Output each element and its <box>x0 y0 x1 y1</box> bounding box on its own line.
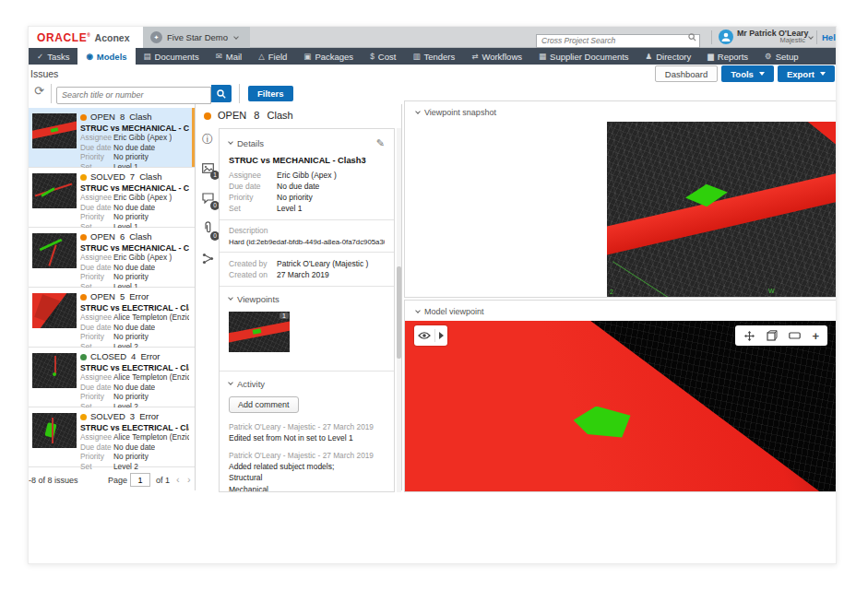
tab-tenders[interactable]: ▥Tenders <box>404 48 463 65</box>
activity-line: Added related subject models; <box>229 462 385 472</box>
model-viewport[interactable]: + <box>405 321 837 491</box>
issue-status: SOLVED <box>90 411 125 421</box>
details-section-header[interactable]: Details ✎ <box>229 136 385 149</box>
divider <box>220 286 394 287</box>
tab-field[interactable]: △Field <box>250 48 295 65</box>
detail-number: 8 <box>254 110 259 121</box>
viewpoints-section-header[interactable]: Viewpoints <box>229 292 385 305</box>
activity-meta: Patrick O'Leary - Majestic - 27 March 20… <box>229 422 385 431</box>
tools-button[interactable]: Tools <box>721 65 774 82</box>
edit-pencil-icon[interactable]: ✎ <box>376 137 385 149</box>
viewpoint-snapshot-header[interactable]: Viewpoint snapshot <box>416 108 496 117</box>
avatar <box>719 30 733 44</box>
created-on-value: 27 March 2019 <box>277 269 329 280</box>
field-label: Priority <box>80 332 113 342</box>
attachments-tab[interactable]: 0 <box>200 221 215 236</box>
due_date-value: No due date <box>113 383 155 393</box>
tab-label: Supplier Documents <box>550 52 629 62</box>
search-icon <box>217 89 226 99</box>
pan-icon[interactable] <box>743 330 755 342</box>
viewpoint-thumbnail[interactable]: 1 <box>229 312 290 352</box>
scrollbar-thumb[interactable] <box>397 266 401 359</box>
tab-reports[interactable]: ▆Reports <box>699 48 756 65</box>
issue-list-item[interactable]: SOLVED7ClashSTRUC vs MECHANICAL - Clash2… <box>29 168 195 228</box>
section-box-icon[interactable] <box>767 330 778 341</box>
issue-field-row: Due dateNo due date <box>80 442 189 453</box>
tab-models[interactable]: ◉Models <box>77 48 135 65</box>
page-input[interactable] <box>130 473 150 487</box>
comments-tab[interactable]: 0 <box>200 191 215 206</box>
assignee-value: Eric Gibb (Apex ) <box>277 170 337 181</box>
add-comment-button[interactable]: Add comment <box>229 396 299 413</box>
brand-logo: ORACLE® Aconex <box>29 27 143 48</box>
status-dot <box>80 414 87 420</box>
next-page-button[interactable]: › <box>187 474 191 485</box>
tab-workflows[interactable]: ⇄Workflows <box>463 48 530 65</box>
model-viewpoint-section: Model viewpoint <box>404 300 837 492</box>
eye-icon[interactable] <box>418 331 431 340</box>
project-selector[interactable]: ✦ Five Star Demo <box>143 27 250 48</box>
user-menu-caret-icon[interactable] <box>808 34 814 40</box>
prev-page-button[interactable]: ‹ <box>176 474 180 485</box>
measure-icon[interactable] <box>789 332 801 339</box>
person-icon <box>720 31 731 42</box>
export-button[interactable]: Export <box>778 65 835 82</box>
issue-summary: OPEN5ErrorSTRUC vs ELECTRICAL - Clash4As… <box>80 291 189 351</box>
cross-project-search-input[interactable] <box>536 34 700 48</box>
search-button[interactable] <box>211 85 232 102</box>
expand-toolbar-icon[interactable] <box>439 332 444 339</box>
tender-icon: ▥ <box>412 52 420 61</box>
chevron-down-icon <box>759 72 765 76</box>
issue-list-item[interactable]: SOLVED3ErrorSTRUC vs ELECTRICAL - Clash2… <box>29 407 195 467</box>
help-link[interactable]: Help <box>822 32 837 42</box>
field-label: Assignee <box>80 313 113 323</box>
chevron-down-icon <box>228 295 233 301</box>
refresh-icon[interactable]: ⟳ <box>34 84 44 98</box>
field-label: Assignee <box>80 133 113 143</box>
tab-tasks[interactable]: ✓Tasks <box>29 48 77 65</box>
divider <box>220 219 394 220</box>
viewpoint-snapshot-section: Viewpoint snapshot 2 W <box>404 100 837 298</box>
issue-summary: SOLVED7ClashSTRUC vs MECHANICAL - Clash2… <box>80 171 189 231</box>
tab-mail[interactable]: ✉Mail <box>208 48 251 65</box>
tab-directory[interactable]: ♟Directory <box>637 48 700 65</box>
field-label: Assignee <box>80 253 113 263</box>
detail-scrollbar[interactable] <box>397 128 401 492</box>
viewpoints-tab[interactable]: 1 <box>200 160 215 175</box>
issue-status: OPEN <box>90 231 115 242</box>
info-icon: ⓘ <box>202 133 213 146</box>
info-tab[interactable]: ⓘ <box>200 130 215 145</box>
issue-list-item[interactable]: CLOSED4ErrorSTRUC vs ELECTRICAL - Clash3… <box>29 348 195 407</box>
page-of: of 1 <box>156 476 170 485</box>
user-info[interactable]: Mr Patrick O'Leary Majestic <box>737 30 805 44</box>
issue-number: 4 <box>131 351 136 361</box>
due-date-value: No due date <box>277 181 319 192</box>
tab-setup[interactable]: ⚙Setup <box>756 48 806 65</box>
issue-title: STRUC vs MECHANICAL - Clash3 <box>80 124 189 133</box>
tab-label: Reports <box>718 52 748 62</box>
issue-summary: SOLVED3ErrorSTRUC vs ELECTRICAL - Clash2… <box>80 411 189 471</box>
issue-list-item[interactable]: OPEN6ClashSTRUC vs MECHANICAL - Clash1As… <box>29 228 195 288</box>
chevron-down-icon <box>820 72 826 76</box>
issue-list-item[interactable]: OPEN8ClashSTRUC vs MECHANICAL - Clash3As… <box>29 108 195 168</box>
divider <box>220 252 394 253</box>
issue-field-row: PriorityNo priority <box>80 392 189 402</box>
dashboard-button[interactable]: Dashboard <box>655 65 718 82</box>
issue-field-row: AssigneeAlice Templeton (Enzic... <box>80 372 189 383</box>
issue-type: Error <box>139 411 159 421</box>
tab-packages[interactable]: ▣Packages <box>295 48 362 65</box>
field-label: Due date <box>80 143 113 153</box>
zoom-in-icon[interactable]: + <box>812 329 819 343</box>
tab-documents[interactable]: ▤Documents <box>136 48 208 65</box>
search-icon <box>688 33 696 41</box>
model-viewpoint-header[interactable]: Model viewpoint <box>416 307 484 316</box>
activity-section-header[interactable]: Activity <box>229 377 385 390</box>
tab-cost[interactable]: $Cost <box>362 48 404 65</box>
filters-button[interactable]: Filters <box>248 86 293 101</box>
issue-list-item[interactable]: OPEN5ErrorSTRUC vs ELECTRICAL - Clash4As… <box>29 288 195 348</box>
field-label: Priority <box>80 452 113 462</box>
tab-supplier-documents[interactable]: ▦Supplier Documents <box>530 48 637 65</box>
related-items-tab[interactable] <box>200 252 215 266</box>
issue-field-row: Due dateNo due date <box>80 383 189 393</box>
issue-search-input[interactable] <box>56 87 211 104</box>
